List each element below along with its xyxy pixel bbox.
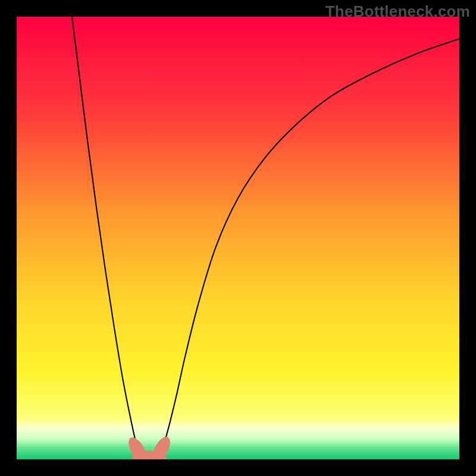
chart-frame: TheBottleneck.com	[0, 0, 476, 476]
chart-svg	[17, 17, 459, 459]
plot-area	[17, 17, 459, 459]
gradient-background	[17, 17, 459, 459]
